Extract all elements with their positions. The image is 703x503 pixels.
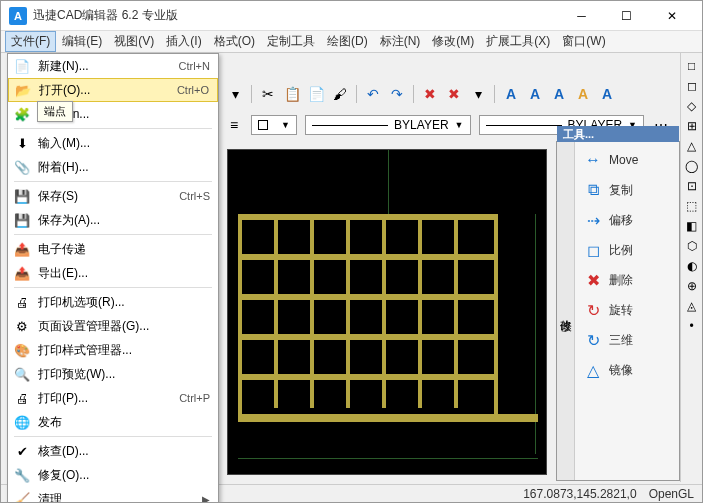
erase-button[interactable]: ✖ [420,84,440,104]
right-tool-icon[interactable]: ◐ [683,257,701,275]
acis-icon: 🧩 [12,104,32,124]
tool-mirror[interactable]: △ 镜像 [577,358,677,382]
file-page-setup-label: 页面设置管理器(G)... [38,318,210,335]
maximize-button[interactable]: ☐ [604,1,649,31]
menu-custom-tools[interactable]: 定制工具 [261,31,321,52]
file-new-label: 新建(N)... [38,58,179,75]
tool-offset-label: 偏移 [609,212,633,229]
print-style-icon: 🎨 [12,340,32,360]
tool-copy-label: 复制 [609,182,633,199]
file-attach[interactable]: 📎 附着(H)... [8,155,218,179]
file-recover[interactable]: 🔧 修复(O)... [8,463,218,487]
tool-move[interactable]: ↔ Move [577,148,677,172]
mirror-icon: △ [581,360,605,380]
right-tool-icon[interactable]: ⊞ [683,117,701,135]
file-export-label: 导出(E)... [38,265,210,282]
color-selector[interactable]: ▼ [251,115,297,135]
copy-icon: ⧉ [581,180,605,200]
right-tool-icon[interactable]: △ [683,137,701,155]
tool-scale[interactable]: ◻ 比例 [577,238,677,262]
right-tool-icon[interactable]: ⊕ [683,277,701,295]
file-print-preview[interactable]: 🔍 打印预览(W)... [8,362,218,386]
file-import[interactable]: ⬇ 输入(M)... [8,131,218,155]
file-recover-label: 修复(O)... [38,467,210,484]
file-print[interactable]: 🖨 打印(P)... Ctrl+P [8,386,218,410]
separator [251,85,252,103]
main-toolbar: ▾ ✂ 📋 📄 🖌 ↶ ↷ ✖ ✖ ▾ A A A A A [219,81,623,107]
right-tool-icon[interactable]: ⬚ [683,197,701,215]
minimize-button[interactable]: ─ [559,1,604,31]
text-style-button[interactable]: A [573,84,593,104]
tool-copy[interactable]: ⧉ 复制 [577,178,677,202]
dim-line [238,458,538,459]
text-style-button[interactable]: A [597,84,617,104]
drawing-canvas[interactable] [227,149,547,475]
text-style-button[interactable]: A [525,84,545,104]
file-purge-label: 清理 [38,491,198,504]
file-open[interactable]: 📂 打开(O)... Ctrl+O [8,78,218,102]
tool-scale-label: 比例 [609,242,633,259]
tool-3d[interactable]: ↻ 三维 [577,328,677,352]
close-button[interactable]: ✕ [649,1,694,31]
match-button[interactable]: 🖌 [330,84,350,104]
text-style-button[interactable]: A [549,84,569,104]
building-elevation [238,214,538,454]
menu-format[interactable]: 格式(O) [208,31,261,52]
file-printer-options[interactable]: 🖨 打印机选项(R)... [8,290,218,314]
file-publish[interactable]: 🌐 发布 [8,410,218,434]
new-file-icon: 📄 [12,56,32,76]
more-button[interactable]: ▾ [468,84,488,104]
app-icon: A [9,7,27,25]
tool-rotate[interactable]: ↻ 旋转 [577,298,677,322]
file-audit[interactable]: ✔ 核查(D)... [8,439,218,463]
paste-button[interactable]: 📄 [306,84,326,104]
right-tool-icon[interactable]: ◯ [683,157,701,175]
menubar: 文件(F) 编辑(E) 视图(V) 插入(I) 格式(O) 定制工具 绘图(D)… [1,31,702,53]
erase2-button[interactable]: ✖ [444,84,464,104]
file-import-label: 输入(M)... [38,135,210,152]
menu-view[interactable]: 视图(V) [108,31,160,52]
right-tool-icon[interactable]: ⬡ [683,237,701,255]
menu-ext-tools[interactable]: 扩展工具(X) [480,31,556,52]
menu-window[interactable]: 窗口(W) [556,31,611,52]
file-new[interactable]: 📄 新建(N)... Ctrl+N [8,54,218,78]
file-saveas[interactable]: 💾 保存为(A)... [8,208,218,232]
toolbar-button[interactable]: ▾ [225,84,245,104]
file-etransmit[interactable]: 📤 电子传递 [8,237,218,261]
open-file-icon: 📂 [13,80,33,100]
tool-offset[interactable]: ⇢ 偏移 [577,208,677,232]
right-tool-icon[interactable]: ⊡ [683,177,701,195]
separator [494,85,495,103]
file-open-shortcut: Ctrl+O [177,84,209,96]
file-print-style[interactable]: 🎨 打印样式管理器... [8,338,218,362]
menu-edit[interactable]: 编辑(E) [56,31,108,52]
menu-dimension[interactable]: 标注(N) [374,31,427,52]
menu-insert[interactable]: 插入(I) [160,31,207,52]
text-style-button[interactable]: A [501,84,521,104]
right-tool-icon[interactable]: • [683,317,701,335]
tool-delete[interactable]: ✖ 删除 [577,268,677,292]
right-tool-icon[interactable]: ◇ [683,97,701,115]
file-etransmit-label: 电子传递 [38,241,210,258]
right-tool-icon[interactable]: ◧ [683,217,701,235]
file-export[interactable]: 📤 导出(E)... [8,261,218,285]
right-tool-icon[interactable]: □ [683,57,701,75]
right-tool-icon[interactable]: ◻ [683,77,701,95]
menu-file[interactable]: 文件(F) [5,31,56,52]
right-tool-icon[interactable]: ◬ [683,297,701,315]
cut-button[interactable]: ✂ [258,84,278,104]
copy-button[interactable]: 📋 [282,84,302,104]
undo-button[interactable]: ↶ [363,84,383,104]
osnap-tooltip: 端点 [37,101,73,122]
file-page-setup[interactable]: ⚙ 页面设置管理器(G)... [8,314,218,338]
menu-modify[interactable]: 修改(M) [426,31,480,52]
line-preview-icon [486,125,562,126]
window-title: 迅捷CAD编辑器 6.2 专业版 [33,7,559,24]
file-purge[interactable]: 🧹 清理 ▶ [8,487,218,503]
redo-button[interactable]: ↷ [387,84,407,104]
file-save[interactable]: 💾 保存(S) Ctrl+S [8,184,218,208]
palette-tab-modify[interactable]: 修改 [557,307,574,315]
menu-draw[interactable]: 绘图(D) [321,31,374,52]
layer-icon[interactable]: ≡ [225,116,243,134]
linetype1-selector[interactable]: BYLAYER ▼ [305,115,471,135]
